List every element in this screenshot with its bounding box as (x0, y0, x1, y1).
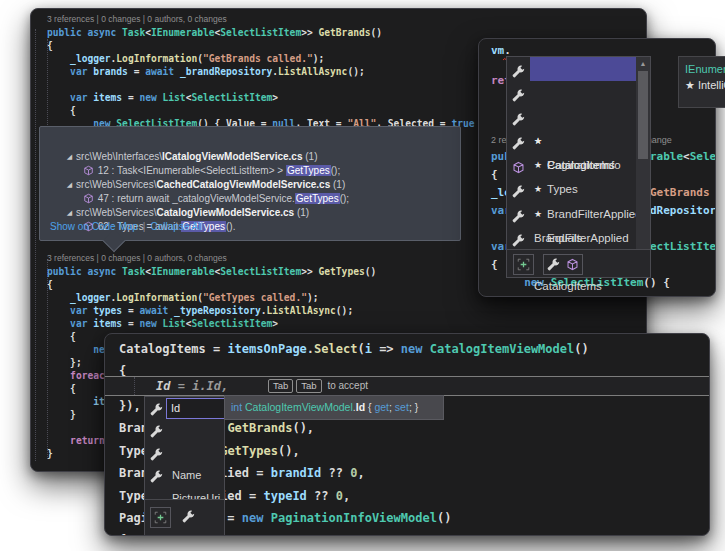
completion-item[interactable]: BrandFilterApplied (507, 177, 650, 201)
peek-reference-row[interactable]: 12 : Task<IEnumerable<SelectListItem> > … (66, 150, 340, 164)
scroll-thumb[interactable] (638, 71, 648, 159)
peek-links: Show on Code Map|Collapse All (50, 221, 203, 232)
show-on-code-map-link[interactable]: Show on Code Map (50, 221, 138, 232)
completion-filter-toolbar (507, 249, 650, 277)
completion-item[interactable]: PictureUri (145, 442, 224, 464)
filter-buttons[interactable] (179, 507, 198, 526)
completion-item[interactable]: ★ Types (507, 105, 650, 129)
completion-tooltip: IEnumerable ★ IntelliCode suggestion (678, 56, 725, 108)
tooltip-signature: IEnumerable (685, 61, 725, 77)
ref-count: (1) (294, 207, 309, 218)
expand-results-button[interactable] (513, 254, 534, 275)
completion-item[interactable]: Brands (507, 202, 650, 226)
collapse-all-link[interactable]: Collapse All (150, 221, 202, 232)
completion-item[interactable]: Name (145, 419, 224, 441)
indent-guide (35, 29, 36, 461)
completion-item[interactable]: CatalogItems (507, 226, 650, 250)
editor-window-bottom: CatalogItems = itemsOnPage.Select(i => n… (104, 333, 710, 536)
scroll-up-icon[interactable]: ▲ (636, 57, 650, 70)
link-separator: | (143, 221, 146, 232)
tab-accept-hint: TabTab to accept (268, 379, 368, 393)
peek-file-row[interactable]: src\Web\Interfaces\ICatalogViewModelServ… (50, 136, 317, 150)
tooltip-intellicode-note: ★ IntelliCode suggestion (685, 77, 725, 93)
peek-file-row[interactable]: src\Web\Services\CachedCatalogViewModelS… (50, 164, 345, 178)
completion-item[interactable]: Price (145, 464, 224, 486)
codelens-gettypes[interactable]: 3 references | 0 changes | 0 authors, 0 … (47, 252, 227, 265)
codelens-getbrands[interactable]: 3 references | 0 changes | 0 authors, 0 … (47, 13, 227, 26)
filter-buttons[interactable] (543, 254, 583, 275)
completion-edit-box[interactable]: Id (166, 398, 226, 419)
code-getbrands[interactable]: public async Task<IEnumerable<SelectList… (47, 26, 492, 130)
intellisense-list-vm: ★ CatalogItems ★ PaginationInfo ★ Types … (506, 56, 651, 278)
expand-results-button[interactable] (150, 507, 171, 528)
completion-item-selected[interactable]: Id (145, 397, 224, 419)
completion-item[interactable]: ★ PaginationInfo (507, 81, 650, 105)
selection-highlight (530, 57, 636, 81)
completion-item[interactable]: ★ BrandFilterApplied (507, 129, 650, 153)
indent-guide (134, 377, 135, 395)
completion-label: CatalogItems (534, 274, 602, 297)
add-filter-icon (517, 258, 530, 271)
wrench-icon (150, 468, 163, 490)
tab-key-badge: Tab (296, 379, 321, 393)
cube-filter-icon (566, 258, 579, 271)
intellisense-list-properties: Id Name PictureUri Price (144, 396, 225, 536)
peek-file-row[interactable]: src\Web\Services\CatalogViewModelService… (50, 192, 309, 206)
ref-text: (). (226, 221, 235, 232)
peek-reference-row[interactable]: 47 : return await _catalogViewModelServi… (66, 178, 349, 192)
intellicode-suggestion-box: Id = i.Id, TabTab to accept (105, 376, 709, 396)
completion-item-selected[interactable]: ★ CatalogItems (507, 57, 650, 81)
ref-text: (); (340, 193, 349, 204)
tab-key-badge: Tab (268, 379, 293, 393)
wrench-filter-icon (547, 258, 560, 271)
references-peek-popup: src\Web\Interfaces\ICatalogViewModelServ… (39, 126, 461, 241)
completion-item[interactable]: ★ Equals (507, 153, 650, 177)
scrollbar[interactable]: ▲ ▼ (636, 57, 650, 277)
add-filter-icon (154, 511, 167, 524)
wrench-filter-icon (182, 510, 195, 523)
peek-reference-row[interactable]: 62 : Types = await GetTypes(). (66, 206, 235, 220)
completion-tooltip: int CatalogItemViewModel.Id { get; set; … (224, 395, 444, 420)
completion-filter-toolbar (145, 499, 224, 535)
ghost-suggestion-text: Id = i.Id, (156, 379, 228, 394)
accept-hint-text: to accept (327, 380, 368, 391)
